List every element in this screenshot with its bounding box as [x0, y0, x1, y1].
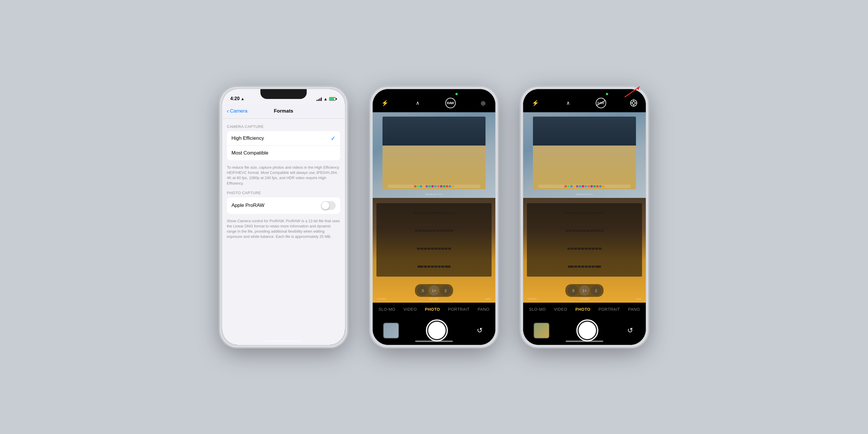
- settings-icon-2[interactable]: ◎: [478, 98, 488, 108]
- dock-icon: [596, 185, 599, 187]
- flip-camera-icon-3[interactable]: ↺: [625, 325, 636, 336]
- nav-bar: ‹ Camera Formats: [222, 103, 345, 119]
- key: [595, 248, 598, 250]
- volume-up-button-2[interactable]: [369, 148, 370, 166]
- mode-portrait-2[interactable]: PORTRAIT: [448, 307, 470, 312]
- key: [431, 248, 434, 250]
- notch: [260, 89, 307, 99]
- power-button-2[interactable]: [498, 151, 499, 179]
- mode-video-3[interactable]: VIDEO: [554, 307, 567, 312]
- mode-portrait-3[interactable]: PORTRAIT: [599, 307, 620, 312]
- key: [448, 248, 451, 250]
- camera-active-dot-3: [606, 93, 608, 95]
- dock-icon: [582, 185, 584, 187]
- zoom-1x-2[interactable]: 1×: [429, 285, 439, 296]
- most-compatible-row[interactable]: Most Compatible: [227, 146, 340, 160]
- macbook-photo-2: MacBook Pro: [373, 112, 495, 303]
- macbook-top-2: MacBook Pro: [373, 112, 495, 198]
- photo-thumbnail-3[interactable]: [533, 322, 550, 339]
- mute-button-3[interactable]: [519, 133, 521, 144]
- keyboard-label-option-2: option: [485, 298, 491, 300]
- mode-video-2[interactable]: VIDEO: [403, 307, 416, 312]
- power-button-3[interactable]: [648, 151, 650, 179]
- key: [571, 248, 574, 250]
- dock-icon: [564, 185, 567, 187]
- mute-button[interactable]: [218, 133, 220, 144]
- apple-proraw-row[interactable]: Apple ProRAW: [227, 197, 340, 214]
- volume-down-button-2[interactable]: [369, 171, 370, 189]
- flash-icon-3[interactable]: ⚡: [530, 98, 540, 108]
- nav-title: Formats: [274, 108, 293, 114]
- macbook-screen-2: [382, 117, 486, 189]
- key: [434, 248, 437, 250]
- photo-thumbnail-2[interactable]: [383, 322, 399, 339]
- key: [574, 212, 577, 214]
- back-label[interactable]: Camera: [230, 108, 247, 114]
- location-icon: ▲: [241, 97, 245, 101]
- zoom-2-2[interactable]: 2: [440, 285, 451, 296]
- key: [452, 212, 455, 214]
- key: [427, 212, 430, 214]
- zoom-05-3[interactable]: .5: [568, 285, 578, 296]
- shutter-button-3[interactable]: [576, 319, 598, 341]
- dock-icon: [591, 185, 593, 187]
- dock-icon: [573, 185, 576, 187]
- mute-button-2[interactable]: [369, 133, 370, 144]
- mode-pano-3[interactable]: PANO: [628, 307, 640, 312]
- camera-capture-group: High Efficiency ✓ Most Compatible: [227, 131, 340, 160]
- keyboard-label-option-3: option: [636, 298, 641, 300]
- svg-point-3: [632, 101, 635, 104]
- flash-icon-2[interactable]: ⚡: [380, 98, 390, 108]
- key: [415, 230, 418, 232]
- mode-photo-2[interactable]: PHOTO: [425, 307, 440, 312]
- settings-content: CAMERA CAPTURE High Efficiency ✓ Most Co…: [222, 119, 345, 345]
- key: [572, 230, 576, 232]
- volume-down-button[interactable]: [218, 171, 220, 189]
- checkmark-icon: ✓: [331, 135, 336, 142]
- key: [585, 248, 588, 250]
- photo-capture-group: Apple ProRAW: [227, 197, 340, 214]
- key: [445, 266, 451, 268]
- camera-screen-2: ⚡ ∧ RAW ◎: [373, 89, 495, 345]
- high-efficiency-row[interactable]: High Efficiency ✓: [227, 131, 340, 146]
- thumbnail-image-3: [534, 323, 549, 338]
- mode-pano-2[interactable]: PANO: [478, 307, 490, 312]
- shutter-button-2[interactable]: [426, 319, 448, 341]
- power-button[interactable]: [347, 151, 349, 179]
- chevron-up-icon-2[interactable]: ∧: [412, 98, 423, 108]
- key: [599, 248, 601, 250]
- raw-off-button-3[interactable]: RAW: [596, 98, 606, 108]
- mode-slomo-2[interactable]: SLO-MO: [378, 307, 395, 312]
- volume-down-button-3[interactable]: [519, 171, 521, 189]
- zoom-2-3[interactable]: 2: [591, 285, 601, 296]
- wifi-icon: ▲: [323, 97, 328, 101]
- settings-screen: 4:20 ▲ ▲: [222, 89, 345, 345]
- key: [592, 266, 595, 268]
- flip-camera-icon-2[interactable]: ↺: [474, 325, 485, 336]
- phone-1: 4:20 ▲ ▲: [220, 87, 347, 347]
- zoom-controls-3: .5 1× 2: [565, 284, 603, 297]
- key: [427, 248, 430, 250]
- macbook-screen-content-2: [382, 117, 486, 189]
- mode-slomo-3[interactable]: SLO-MO: [529, 307, 546, 312]
- volume-up-button[interactable]: [218, 148, 220, 166]
- mode-photo-3[interactable]: PHOTO: [576, 307, 591, 312]
- key: [433, 230, 435, 232]
- raw-button-2[interactable]: RAW: [445, 98, 456, 108]
- key: [424, 266, 427, 268]
- key: [426, 230, 429, 232]
- key: [578, 248, 581, 250]
- apple-proraw-label: Apple ProRAW: [231, 203, 265, 208]
- chevron-up-icon-3[interactable]: ∧: [563, 98, 573, 108]
- dock-icon: [423, 185, 425, 187]
- dock-bar-3: [538, 185, 631, 188]
- key: [585, 212, 588, 214]
- key: [588, 266, 591, 268]
- zoom-05-2[interactable]: .5: [417, 285, 428, 296]
- volume-up-button-3[interactable]: [519, 148, 521, 166]
- key: [602, 212, 605, 214]
- zoom-1x-3[interactable]: 1×: [579, 285, 590, 296]
- proraw-toggle[interactable]: [321, 201, 336, 210]
- phone-frame-2: ⚡ ∧ RAW ◎: [370, 87, 498, 347]
- back-button[interactable]: ‹ Camera: [227, 107, 247, 114]
